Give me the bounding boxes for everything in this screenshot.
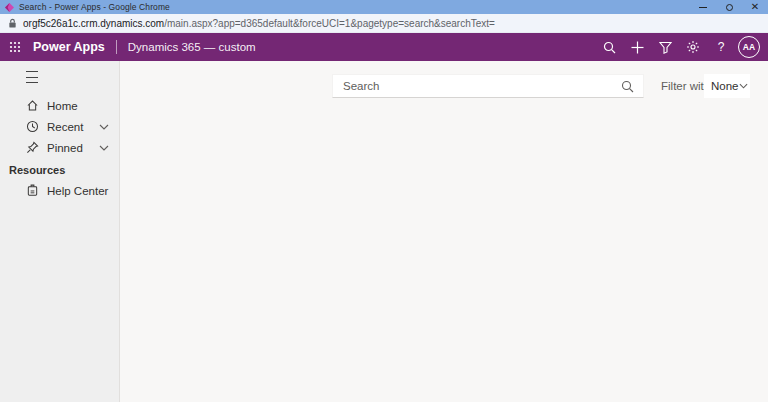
- sidebar-item-help-center[interactable]: Help Center: [0, 180, 119, 201]
- lock-icon[interactable]: [8, 18, 17, 29]
- search-button[interactable]: [595, 33, 623, 61]
- filter-button[interactable]: [651, 33, 679, 61]
- sidebar-item-label: Home: [47, 100, 78, 112]
- sidebar-item-home[interactable]: Home: [0, 95, 119, 116]
- search-box: [332, 74, 644, 98]
- help-button[interactable]: ?: [707, 33, 735, 61]
- search-icon: [603, 41, 616, 54]
- pin-icon: [26, 141, 39, 154]
- window-controls: ✕: [690, 0, 768, 14]
- header-actions: ? AA: [595, 33, 768, 61]
- browser-titlebar: Search - Power Apps - Google Chrome ✕: [0, 0, 768, 14]
- app-body: Home Recent Pinned Resou: [0, 61, 768, 402]
- url-text[interactable]: orgf5c26a1c.crm.dynamics.com/main.aspx?a…: [23, 18, 495, 29]
- question-mark-icon: ?: [718, 40, 725, 54]
- window-title: Search - Power Apps - Google Chrome: [19, 0, 170, 14]
- browser-window: Search - Power Apps - Google Chrome ✕ or…: [0, 0, 768, 403]
- restore-button[interactable]: [716, 0, 742, 14]
- waffle-menu-button[interactable]: [0, 33, 30, 61]
- sidebar-item-label: Help Center: [47, 185, 108, 197]
- settings-button[interactable]: [679, 33, 707, 61]
- sidebar: Home Recent Pinned Resou: [0, 61, 120, 402]
- brand-title[interactable]: Power Apps: [33, 40, 105, 54]
- home-icon: [26, 99, 39, 112]
- chevron-down-icon[interactable]: [99, 124, 109, 130]
- sidebar-section-resources: Resources: [0, 159, 119, 180]
- sidebar-item-recent[interactable]: Recent: [0, 116, 119, 137]
- filter-with-label: Filter with: [661, 80, 710, 92]
- sidebar-item-label: Recent: [47, 121, 83, 133]
- plus-icon: [631, 41, 644, 54]
- chevron-down-icon: [739, 83, 748, 89]
- search-input[interactable]: [333, 80, 621, 92]
- powerapps-favicon-icon: [5, 3, 14, 12]
- funnel-icon: [659, 41, 672, 54]
- search-icon[interactable]: [621, 80, 634, 93]
- sitemap-toggle-button[interactable]: [26, 71, 40, 83]
- header-divider: [116, 40, 117, 54]
- app-header: Power Apps Dynamics 365 — custom ? AA: [0, 33, 768, 61]
- sidebar-item-label: Pinned: [47, 142, 83, 154]
- url-domain: orgf5c26a1c.crm.dynamics.com: [23, 18, 164, 29]
- chevron-down-icon[interactable]: [99, 145, 109, 151]
- environment-name[interactable]: Dynamics 365 — custom: [128, 41, 256, 53]
- minimize-button[interactable]: [690, 0, 716, 14]
- filter-dropdown[interactable]: None: [704, 74, 750, 98]
- user-avatar[interactable]: AA: [738, 36, 760, 58]
- waffle-icon: [9, 41, 21, 53]
- book-icon: [26, 184, 39, 197]
- hamburger-icon: [26, 71, 38, 72]
- close-button[interactable]: ✕: [742, 0, 768, 14]
- clock-icon: [26, 120, 39, 133]
- gear-icon: [686, 40, 700, 54]
- url-path: /main.aspx?app=d365default&forceUCI=1&pa…: [164, 18, 495, 29]
- add-button[interactable]: [623, 33, 651, 61]
- sidebar-item-pinned[interactable]: Pinned: [0, 137, 119, 158]
- browser-addressbar: orgf5c26a1c.crm.dynamics.com/main.aspx?a…: [0, 14, 768, 33]
- filter-selected-value: None: [711, 80, 739, 92]
- main-content: Filter with None: [120, 61, 768, 402]
